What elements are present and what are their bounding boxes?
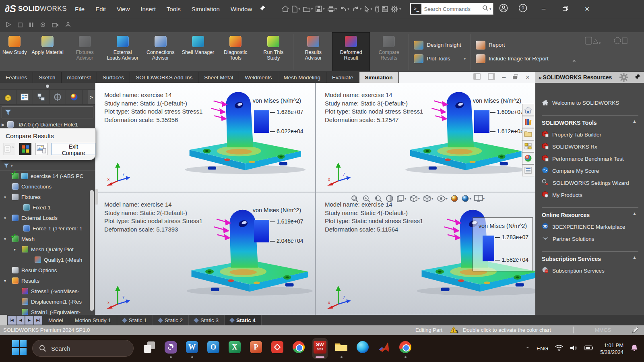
study-tab-static-2[interactable]: Static 2	[153, 315, 189, 325]
pane-home-icon[interactable]	[522, 104, 534, 116]
tab-nav-previous-icon[interactable]: ◀	[17, 316, 25, 325]
search-commands-box[interactable]: >_ ▾	[410, 3, 493, 15]
pane-item-partner-solutions[interactable]: Partner Solutions	[542, 233, 638, 245]
panel-tab-part-icon[interactable]	[0, 90, 17, 104]
zoom-area-icon[interactable]	[362, 194, 371, 203]
tree-item-external-loads[interactable]: ▾External Loads	[0, 213, 95, 223]
pane-item-subscription-services[interactable]: SVSubscription Services	[542, 265, 638, 277]
simulation-tree-filter[interactable]: ▾	[0, 161, 95, 171]
filter-dropdown-icon[interactable]: ▾	[11, 164, 13, 168]
tree-item-result-options[interactable]: Result Options	[0, 265, 95, 275]
ribbon-button-include-image-for-report[interactable]: Include Image for Report	[476, 54, 549, 63]
search-dropdown-icon[interactable]: ▾	[489, 7, 491, 11]
view-palette-icon[interactable]	[522, 140, 534, 152]
ribbon-button-deformed-result[interactable]: Deformed Result	[332, 32, 370, 71]
chrome-profile-taskbar-button[interactable]	[398, 338, 413, 359]
study-tab-static-1[interactable]: Static 1	[117, 315, 153, 325]
ribbon-button-results-advisor[interactable]: Results Advisor	[294, 32, 332, 71]
new-doc-icon[interactable]: ▾	[292, 6, 300, 12]
study-tab-model[interactable]: Model	[43, 315, 69, 325]
image-report-icon[interactable]	[35, 143, 47, 155]
previous-view-icon[interactable]	[374, 194, 383, 203]
tree-scrollbar[interactable]	[90, 190, 94, 311]
ribbon-button-shell-manager[interactable]: Shell Manager	[180, 32, 217, 71]
section-view-icon[interactable]	[386, 194, 394, 203]
design-library-icon[interactable]	[522, 116, 534, 128]
pane-right-icon[interactable]	[488, 73, 495, 81]
study-tab-static-4[interactable]: Static 4	[225, 315, 262, 325]
viewport-quadrant-3[interactable]: Model name: exercise 14Study name: Stati…	[95, 192, 316, 315]
edge-taskbar-button[interactable]	[355, 338, 370, 359]
chrome-taskbar-button[interactable]	[291, 338, 306, 359]
study-tab-static-3[interactable]: Static 3	[189, 315, 225, 325]
pin-menu-icon[interactable]	[259, 5, 266, 13]
hide-show-icon[interactable]: ▾	[436, 195, 448, 202]
tab-solidworks-add-ins[interactable]: SOLIDWORKS Add-Ins	[130, 72, 198, 83]
viewport-quadrant-1[interactable]: Model name: exercise 14Study name: Stati…	[95, 83, 316, 192]
pane-item-3dexperience-marketplace[interactable]: 3D3DEXPERIENCE Marketplace	[542, 221, 638, 233]
ribbon-button-new-study[interactable]: New Study	[0, 32, 29, 71]
tree-item-connections[interactable]: Connections	[0, 181, 95, 192]
scene-ball-icon[interactable]: ▾	[461, 194, 471, 203]
ribbon-button-report[interactable]: Report	[476, 41, 549, 50]
panel-tab-feature-manager-icon[interactable]	[17, 90, 33, 104]
pane-options-gear-icon[interactable]	[619, 72, 629, 83]
task-view-taskbar-button[interactable]	[142, 338, 157, 359]
collapse-arrow-icon[interactable]: ▾	[4, 237, 6, 241]
menu-simulation[interactable]: Simulation	[192, 6, 220, 12]
pane-item-my-products[interactable]: My Products	[542, 189, 638, 201]
panel-tab-configuration-manager-icon[interactable]	[33, 90, 50, 104]
doc-close-icon[interactable]: ×	[525, 73, 530, 82]
word-taskbar-button[interactable]: W	[184, 338, 200, 359]
tree-item-displacement1-res[interactable]: Displacement1 (-Res	[0, 296, 95, 307]
edit-appearance-icon[interactable]	[631, 326, 639, 335]
welcome-item[interactable]: Welcome to SOLIDWORKS	[542, 97, 638, 109]
close-button[interactable]: ×	[581, 4, 592, 14]
viewport-quadrant-4[interactable]: Model name: exercise 14Study name: Stati…	[316, 192, 535, 315]
pane-collapse-icon[interactable]: «	[539, 74, 542, 81]
tab-simulation[interactable]: Simulation	[359, 72, 399, 83]
collapse-ribbon-icon[interactable]: ⌃	[572, 60, 577, 65]
ribbon-button-run-this-study[interactable]: Run This Study	[254, 32, 292, 71]
tree-item-results[interactable]: ▾Results	[0, 275, 95, 286]
excel-taskbar-button[interactable]: X	[227, 338, 242, 359]
pane-item-compare-my-score[interactable]: Compare My Score	[542, 165, 638, 177]
appearances-pane-icon[interactable]	[522, 152, 534, 164]
study-tab-motion-study-1[interactable]: Motion Study 1	[69, 315, 117, 325]
volume-icon[interactable]	[570, 345, 578, 353]
section-collapse-icon[interactable]: ▲	[632, 119, 637, 124]
appearance-ball-icon[interactable]	[450, 194, 458, 203]
notification-bell-icon[interactable]	[630, 344, 638, 354]
compare-images-icon[interactable]	[19, 143, 31, 155]
help-icon[interactable]: ?	[518, 4, 527, 14]
select-icon[interactable]: ▾	[364, 6, 372, 12]
tree-item-mesh-quality-plot[interactable]: ▾Mesh Quality Plot	[0, 244, 95, 254]
von-mises-legend[interactable]: von Mises (N/m^2) 1.783e+071.582e+04	[473, 217, 533, 271]
sheets-icon[interactable]: ▾	[396, 194, 407, 203]
collapse-arrow-icon[interactable]: ▾	[4, 216, 6, 220]
file-explorer-taskbar-button[interactable]	[334, 338, 349, 359]
tab-surfaces[interactable]: Surfaces	[97, 72, 130, 83]
tree-filter-box[interactable]	[2, 106, 93, 118]
exit-compare-button[interactable]: Exit Compare	[52, 143, 95, 155]
menu-file[interactable]: File	[75, 6, 85, 12]
ribbon-button-plot-tools[interactable]: Plot Tools▾	[414, 54, 466, 63]
tab-nav-next-icon[interactable]: ▶	[25, 316, 33, 325]
collapse-arrow-icon[interactable]: ▾	[4, 195, 6, 199]
zoom-fit-icon[interactable]	[351, 194, 359, 203]
open-icon[interactable]: ▾	[303, 6, 313, 12]
display-style-icon[interactable]: ▾	[423, 194, 433, 203]
tab-features[interactable]: Features	[0, 72, 33, 83]
home-icon[interactable]	[282, 6, 289, 12]
ribbon-button-apply-material[interactable]: Apply Material	[29, 32, 66, 71]
tree-item-mesh[interactable]: ▾Mesh	[0, 234, 95, 244]
pane-pin-icon[interactable]	[634, 73, 641, 81]
custom-properties-icon[interactable]	[522, 164, 534, 176]
viber-taskbar-button[interactable]	[163, 338, 178, 359]
pane-item-solidworks-settings-wizard[interactable]: SOLIDWORKS Settings Wizard	[542, 177, 638, 189]
save-icon[interactable]: ▾	[316, 6, 325, 12]
menu-view[interactable]: View	[117, 6, 130, 12]
tab-weldments[interactable]: Weldments	[239, 72, 278, 83]
search-icon[interactable]	[482, 5, 489, 13]
menu-window[interactable]: Window	[231, 6, 252, 12]
